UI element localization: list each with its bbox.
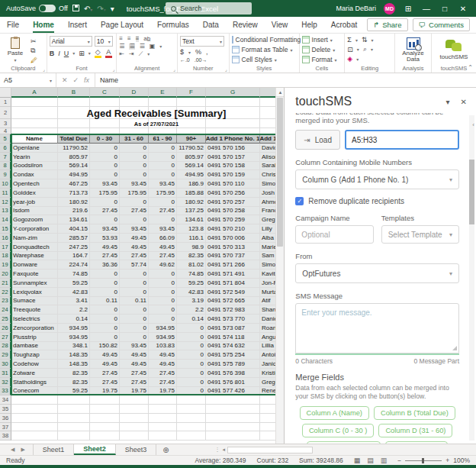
cell[interactable]: 0491 570 158 <box>206 162 260 171</box>
cell[interactable] <box>177 431 206 441</box>
cell[interactable] <box>260 98 275 107</box>
cell[interactable]: 27.45 <box>90 369 120 378</box>
cell[interactable]: 27.45 <box>90 378 120 387</box>
cell[interactable]: Gogozoom <box>11 215 58 224</box>
row-header[interactable]: 17 <box>0 243 11 252</box>
cell[interactable]: Lilly <box>260 224 275 234</box>
cell[interactable]: 0.14 <box>58 315 90 324</box>
cell[interactable]: 0 <box>120 288 149 297</box>
cell[interactable]: Atif <box>260 297 275 306</box>
normal-view-icon[interactable]: ▦ <box>354 457 361 464</box>
cell[interactable]: Greg <box>260 215 275 224</box>
merge-center-icon[interactable]: ▣ <box>150 44 156 50</box>
cell[interactable]: Marie <box>260 243 275 252</box>
cell[interactable]: 0 <box>120 170 149 179</box>
cell[interactable]: 0 <box>177 369 206 378</box>
orientation-icon[interactable]: ⟋ <box>139 51 143 57</box>
cell[interactable]: 0 <box>90 315 120 324</box>
status-count[interactable]: Count: 232 <box>257 457 289 464</box>
cell[interactable]: Codehow <box>11 360 58 369</box>
cell[interactable]: 494.95 <box>177 170 206 179</box>
row-header[interactable]: 1 <box>0 98 11 107</box>
cell[interactable]: Golddex <box>11 189 58 198</box>
cell[interactable]: 27.45 <box>149 252 177 261</box>
cell[interactable]: 0 <box>90 153 120 162</box>
insert-function-icon[interactable]: fx <box>84 76 89 84</box>
cell[interactable]: 19.75 <box>149 387 177 396</box>
cell[interactable]: 0491 570 257 <box>206 198 260 207</box>
ribbon-display-options-icon[interactable]: ⊞ <box>403 5 413 13</box>
mobile-column-select[interactable]: Column G (Add 1 Phone No. 1)▾ <box>295 169 459 189</box>
row-header[interactable]: 37 <box>0 423 11 432</box>
number-format-select[interactable]: Text▾ <box>180 36 224 47</box>
cell[interactable]: 0 <box>90 170 120 179</box>
cell[interactable]: 164.7 <box>58 252 90 261</box>
sheet-tab-sheet2[interactable]: Sheet2 <box>74 444 116 455</box>
align-right-icon[interactable]: ☰ <box>140 44 145 50</box>
cell[interactable]: 0 <box>177 387 206 396</box>
cell[interactable]: Janice <box>260 360 275 369</box>
cell[interactable]: 934.95 <box>58 333 90 342</box>
cell[interactable]: 0 <box>120 153 149 162</box>
row-header[interactable]: 19 <box>0 260 11 270</box>
cell[interactable]: 0.11 <box>120 297 149 306</box>
cell[interactable]: 36.36 <box>90 260 120 270</box>
cell[interactable]: 137.25 <box>177 207 206 216</box>
tab-review[interactable]: Review <box>226 18 265 32</box>
page-break-view-icon[interactable]: ▥ <box>381 457 388 464</box>
cell[interactable]: 148.35 <box>58 350 90 360</box>
scroll-left-icon[interactable]: ◂ <box>222 447 225 453</box>
column-header[interactable]: E <box>149 88 177 98</box>
cell[interactable]: 0491 571 266 <box>206 260 260 270</box>
cell[interactable]: 49.45 <box>120 350 149 360</box>
pane-menu-icon[interactable]: ▾ <box>446 98 450 106</box>
cell[interactable]: 569.14 <box>58 162 90 171</box>
cell[interactable]: Simone <box>260 260 275 270</box>
cell[interactable]: Kristie <box>260 369 275 378</box>
campaign-name-input[interactable] <box>295 225 373 244</box>
column-header[interactable]: F <box>177 88 206 98</box>
row-header[interactable]: 22 <box>0 288 11 297</box>
cell[interactable]: Iselectrics <box>11 315 58 324</box>
templates-select[interactable]: Select Template▾ <box>381 225 459 244</box>
cell[interactable]: Antoine <box>260 350 275 360</box>
cell[interactable]: 0.14 <box>177 315 206 324</box>
cell[interactable]: 0 <box>149 198 177 207</box>
cell[interactable] <box>120 128 149 134</box>
row-header[interactable]: 2 <box>0 107 11 119</box>
cell[interactable] <box>90 128 120 134</box>
cell[interactable] <box>149 128 177 134</box>
cell[interactable] <box>90 431 120 441</box>
decrease-decimal-icon[interactable]: .00→ <box>195 57 207 63</box>
cell[interactable] <box>120 98 149 107</box>
row-header[interactable]: 36 <box>0 414 11 423</box>
cell[interactable] <box>260 431 275 441</box>
cell[interactable]: 0 <box>177 342 206 351</box>
tab-file[interactable]: File <box>0 18 26 32</box>
sms-message-textarea[interactable] <box>295 303 459 353</box>
cell[interactable] <box>177 423 206 432</box>
cell[interactable]: 49.45 <box>149 360 177 369</box>
cell[interactable]: 934.95 <box>58 324 90 333</box>
row-header[interactable]: 9 <box>0 170 11 179</box>
cell[interactable]: 11790.52 <box>58 144 90 153</box>
cell[interactable]: 0 <box>149 215 177 224</box>
cell[interactable]: 348.1 <box>58 342 90 351</box>
cell[interactable]: 0491 570 110 <box>206 179 260 189</box>
cell[interactable] <box>120 107 149 119</box>
cell[interactable] <box>90 107 120 119</box>
close-button[interactable]: ✕ <box>458 5 468 13</box>
cell[interactable]: 0 <box>177 324 206 333</box>
cell[interactable]: 186.9 <box>177 179 206 189</box>
cell[interactable]: 0 <box>120 279 149 288</box>
cell[interactable]: Simon <box>260 179 275 189</box>
cell[interactable]: 27.45 <box>90 252 120 261</box>
cell[interactable] <box>149 107 177 119</box>
row-header[interactable]: 31 <box>0 369 11 378</box>
cell[interactable]: 49.45 <box>149 243 177 252</box>
cell[interactable] <box>260 414 275 423</box>
cell[interactable]: 467.25 <box>58 179 90 189</box>
cell[interactable]: Yearin <box>11 153 58 162</box>
cell[interactable] <box>206 414 260 423</box>
cell[interactable]: 116.1 <box>177 234 206 243</box>
